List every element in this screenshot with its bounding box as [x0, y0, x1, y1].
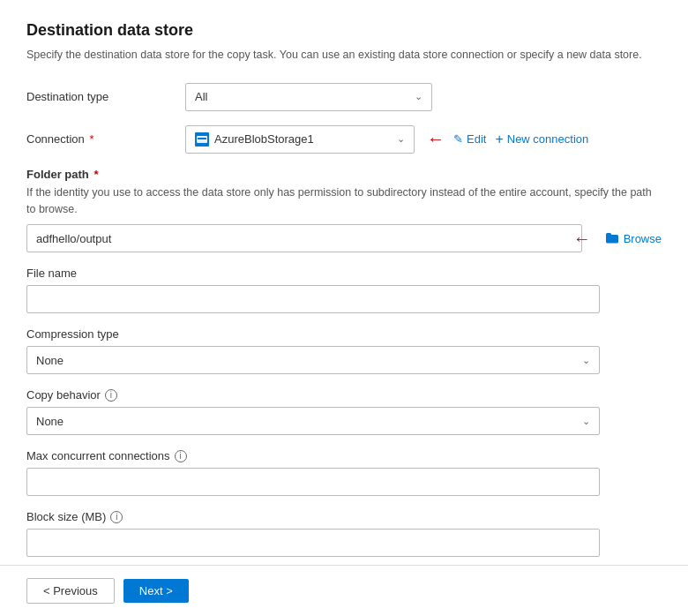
copy-behavior-value: None	[36, 415, 64, 428]
edit-link[interactable]: ✎ Edit	[453, 132, 486, 146]
svg-rect-2	[198, 138, 206, 139]
folder-path-label: Folder path *	[26, 168, 662, 181]
max-concurrent-input[interactable]	[26, 468, 600, 496]
compression-type-section: Compression type None ⌄	[26, 327, 662, 374]
folder-path-desc: If the identity you use to access the da…	[26, 184, 662, 218]
file-name-input[interactable]	[26, 285, 600, 313]
destination-type-value: All	[195, 90, 207, 103]
chevron-down-icon: ⌄	[397, 133, 405, 145]
folder-path-input-wrapper: ←	[26, 224, 582, 252]
browse-button[interactable]: Browse	[605, 231, 662, 245]
edit-label: Edit	[467, 132, 486, 146]
folder-path-input-row: ← Browse	[26, 224, 662, 252]
destination-type-row: Destination type All ⌄	[26, 83, 662, 111]
red-arrow-connection: ←	[427, 129, 445, 149]
max-concurrent-info-icon: i	[175, 450, 187, 462]
block-size-section: Block size (MB) i	[26, 510, 662, 557]
block-size-input[interactable]	[26, 529, 600, 557]
previous-label: < Previous	[43, 584, 98, 597]
copy-behavior-section: Copy behavior i None ⌄	[26, 388, 662, 435]
connection-row: Connection * AzureBlobStorage1 ⌄ ←	[26, 125, 662, 154]
folder-path-input[interactable]	[26, 224, 582, 252]
page-subtitle: Specify the destination data store for t…	[26, 47, 662, 64]
previous-button[interactable]: < Previous	[26, 578, 115, 604]
blob-storage-icon	[195, 132, 209, 146]
folder-icon	[605, 231, 619, 245]
page-title: Destination data store	[26, 21, 662, 40]
red-arrow-folder: ←	[573, 229, 591, 249]
file-name-label: File name	[26, 267, 662, 280]
new-connection-link[interactable]: + New connection	[495, 131, 588, 147]
chevron-down-icon: ⌄	[582, 416, 590, 427]
file-name-section: File name	[26, 267, 662, 313]
destination-type-select[interactable]: All ⌄	[185, 83, 432, 111]
chevron-down-icon: ⌄	[415, 91, 423, 102]
block-size-label: Block size (MB) i	[26, 510, 662, 523]
copy-behavior-info-icon: i	[105, 389, 117, 402]
copy-behavior-select[interactable]: None ⌄	[26, 407, 600, 435]
compression-type-value: None	[36, 354, 64, 367]
max-concurrent-section: Max concurrent connections i	[26, 449, 662, 496]
compression-type-select[interactable]: None ⌄	[26, 346, 600, 374]
connection-select[interactable]: AzureBlobStorage1 ⌄	[185, 125, 415, 154]
connection-select-inner: AzureBlobStorage1	[195, 132, 314, 146]
folder-path-required: *	[91, 168, 99, 181]
next-button[interactable]: Next >	[123, 579, 189, 603]
footer: < Previous Next >	[0, 565, 688, 616]
chevron-down-icon: ⌄	[582, 355, 590, 366]
max-concurrent-label: Max concurrent connections i	[26, 449, 662, 462]
connection-value: AzureBlobStorage1	[214, 132, 314, 146]
compression-type-label: Compression type	[26, 327, 662, 341]
connection-control: AzureBlobStorage1 ⌄ ← ✎ Edit + New conne…	[185, 125, 588, 154]
connection-label: Connection *	[26, 132, 185, 146]
copy-behavior-label: Copy behavior i	[26, 388, 662, 402]
next-label: Next >	[139, 584, 173, 597]
plus-icon: +	[495, 131, 503, 147]
destination-type-label: Destination type	[26, 90, 185, 103]
new-connection-label: New connection	[507, 132, 589, 146]
browse-label: Browse	[624, 232, 662, 245]
destination-type-control: All ⌄	[185, 83, 662, 111]
folder-path-section: Folder path * If the identity you use to…	[26, 168, 662, 253]
required-indicator: *	[86, 132, 94, 146]
edit-icon: ✎	[453, 132, 463, 146]
block-size-info-icon: i	[110, 511, 123, 523]
